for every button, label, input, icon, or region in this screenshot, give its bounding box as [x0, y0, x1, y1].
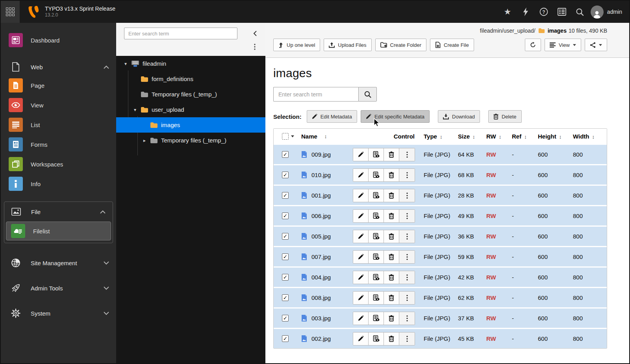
delete-file-button[interactable]	[384, 312, 399, 325]
delete-file-button[interactable]	[384, 189, 399, 202]
more-options-button[interactable]	[399, 148, 415, 161]
module-item-forms[interactable]: Forms	[1, 135, 116, 154]
tree-node-form-definitions[interactable]: form_definitions	[116, 71, 265, 87]
column-header-type[interactable]: Type↕	[420, 133, 454, 140]
module-menu-toggle-button[interactable]	[1, 1, 20, 23]
edit-file-button[interactable]	[353, 251, 369, 263]
file-name-link[interactable]: 002.jpg	[311, 335, 331, 342]
create-folder-button[interactable]: Create Folder	[375, 39, 426, 51]
file-name-link[interactable]: 004.jpg	[311, 274, 331, 281]
more-options-button[interactable]	[399, 312, 415, 325]
file-info-button[interactable]	[369, 230, 384, 243]
more-options-button[interactable]	[399, 189, 415, 202]
edit-specific-metadata-button[interactable]: Edit specific Metadata	[361, 110, 430, 123]
caret-expanded-icon[interactable]: ▾	[122, 61, 129, 67]
download-button[interactable]: Download	[438, 110, 480, 123]
module-section-system[interactable]: System	[1, 305, 116, 322]
row-checkbox[interactable]: ✓	[282, 233, 289, 240]
system-information-button[interactable]	[553, 1, 571, 23]
delete-file-button[interactable]	[384, 230, 399, 243]
module-item-page[interactable]: Page	[1, 76, 116, 95]
module-section-file[interactable]: File	[4, 203, 113, 221]
module-item-dashboard[interactable]: Dashboard	[1, 29, 116, 51]
filelist-search-button[interactable]	[358, 87, 377, 102]
file-name-link[interactable]: 010.jpg	[311, 172, 331, 178]
file-info-button[interactable]	[369, 312, 384, 325]
edit-file-button[interactable]	[353, 312, 369, 325]
more-options-button[interactable]	[399, 333, 415, 345]
module-item-workspaces[interactable]: Workspaces	[1, 154, 116, 174]
edit-file-button[interactable]	[353, 169, 369, 181]
column-header-ref[interactable]: Ref↕	[508, 133, 534, 140]
clear-cache-button[interactable]	[517, 1, 535, 23]
file-name-link[interactable]: 009.jpg	[311, 151, 331, 158]
selection-dropdown-caret[interactable]	[291, 135, 294, 137]
delete-file-button[interactable]	[384, 169, 399, 181]
user-menu-button[interactable]: admin	[591, 6, 622, 18]
column-header-rw[interactable]: RW↕	[482, 133, 508, 140]
more-options-button[interactable]	[399, 169, 415, 181]
create-file-button[interactable]: Create File	[430, 39, 474, 51]
file-info-button[interactable]	[369, 169, 384, 181]
edit-file-button[interactable]	[353, 271, 369, 284]
row-checkbox[interactable]: ✓	[282, 253, 289, 260]
delete-file-button[interactable]	[384, 271, 399, 284]
row-checkbox[interactable]: ✓	[282, 294, 289, 301]
tree-options-button[interactable]	[250, 42, 260, 52]
select-all-checkbox[interactable]	[282, 133, 289, 140]
caret-expanded-icon[interactable]: ▾	[132, 107, 138, 113]
delete-button[interactable]: Delete	[488, 110, 522, 123]
delete-file-button[interactable]	[384, 148, 399, 161]
row-checkbox[interactable]: ✓	[282, 315, 289, 322]
file-info-button[interactable]	[369, 189, 384, 202]
more-options-button[interactable]	[399, 271, 415, 284]
more-options-button[interactable]	[399, 230, 415, 243]
column-header-size[interactable]: Size↕	[454, 133, 482, 140]
row-checkbox[interactable]: ✓	[282, 172, 289, 178]
tree-node-temp-files[interactable]: Temporary files (_temp_)	[116, 87, 265, 102]
column-header-name[interactable]: Name↕	[298, 133, 353, 140]
tree-node-fileadmin[interactable]: ▾ fileadmin	[116, 56, 265, 71]
edit-metadata-button[interactable]: Edit Metadata	[307, 110, 357, 123]
file-info-button[interactable]	[369, 210, 384, 222]
delete-file-button[interactable]	[384, 210, 399, 222]
module-item-info[interactable]: Info	[1, 174, 116, 194]
refresh-button[interactable]	[525, 39, 541, 51]
upload-files-button[interactable]: Upload Files	[324, 39, 371, 51]
file-name-link[interactable]: 005.jpg	[311, 233, 331, 240]
tree-node-user-upload[interactable]: ▾ user_upload	[116, 102, 265, 117]
delete-file-button[interactable]	[384, 292, 399, 304]
column-header-width[interactable]: Width↕	[569, 133, 608, 140]
filelist-search-input[interactable]	[273, 87, 358, 102]
edit-file-button[interactable]	[353, 148, 369, 161]
row-checkbox[interactable]: ✓	[282, 274, 289, 281]
up-one-level-button[interactable]: Up one level	[273, 39, 320, 51]
delete-file-button[interactable]	[384, 333, 399, 345]
module-item-view[interactable]: View	[1, 95, 116, 115]
module-section-site-management[interactable]: Site Management	[1, 254, 116, 272]
delete-file-button[interactable]	[384, 251, 399, 263]
tree-search-input[interactable]	[124, 28, 237, 39]
search-toolbar-button[interactable]	[571, 1, 589, 23]
help-button[interactable]: ?	[535, 1, 553, 23]
more-options-button[interactable]	[399, 251, 415, 263]
module-item-filelist[interactable]: Filelist	[6, 222, 111, 240]
file-info-button[interactable]	[369, 292, 384, 304]
more-options-button[interactable]	[399, 292, 415, 304]
row-checkbox[interactable]: ✓	[282, 335, 289, 342]
edit-file-button[interactable]	[353, 292, 369, 304]
edit-file-button[interactable]	[353, 230, 369, 243]
edit-file-button[interactable]	[353, 189, 369, 202]
edit-file-button[interactable]	[353, 210, 369, 222]
bookmarks-button[interactable]: ★	[498, 1, 517, 23]
file-name-link[interactable]: 008.jpg	[311, 294, 331, 301]
file-info-button[interactable]	[369, 271, 384, 284]
tree-node-images-selected[interactable]: images	[116, 117, 265, 133]
file-name-link[interactable]: 003.jpg	[311, 315, 331, 322]
row-checkbox[interactable]: ✓	[282, 192, 289, 199]
row-checkbox[interactable]: ✓	[282, 151, 289, 158]
file-info-button[interactable]	[369, 333, 384, 345]
collapse-tree-button[interactable]	[250, 28, 260, 39]
view-mode-button[interactable]: View	[545, 39, 581, 51]
column-header-height[interactable]: Height↕	[534, 133, 569, 140]
